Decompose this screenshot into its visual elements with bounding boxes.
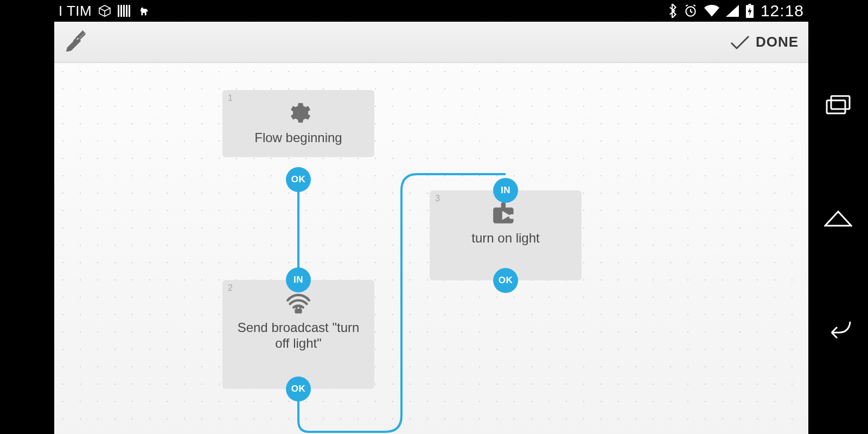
svg-rect-10 <box>827 100 845 113</box>
svg-rect-12 <box>295 309 302 314</box>
node-2-ok-port[interactable]: OK <box>286 376 311 401</box>
svg-rect-1 <box>118 5 119 17</box>
done-button[interactable]: DONE <box>730 34 799 50</box>
svg-rect-5 <box>129 5 130 17</box>
node-2-in-port[interactable]: IN <box>286 267 311 292</box>
node-number: 2 <box>228 283 233 293</box>
node-3-ok-port[interactable]: OK <box>493 268 518 293</box>
svg-rect-11 <box>831 96 850 109</box>
flow-editor-app: DONE 1 Flow beginning OK 2 <box>54 22 808 434</box>
flow-node-3[interactable]: 3 turn on light <box>430 190 582 280</box>
android-status-bar: I TIM <box>54 0 808 22</box>
node-label: turn on light <box>434 228 577 246</box>
cell-signal-icon <box>726 5 739 17</box>
flow-canvas[interactable]: 1 Flow beginning OK 2 Send broadcast "tu… <box>54 63 808 434</box>
action-bar: DONE <box>54 22 808 63</box>
bluetooth-icon <box>667 4 677 18</box>
llama-icon <box>138 5 150 17</box>
svg-rect-2 <box>120 5 122 17</box>
battery-charging-icon <box>745 4 754 18</box>
back-button[interactable] <box>822 313 854 346</box>
recent-apps-button[interactable] <box>822 88 854 121</box>
node-3-in-port[interactable]: IN <box>493 178 518 203</box>
carrier-label: I TIM <box>59 3 92 20</box>
done-button-label: DONE <box>756 34 799 50</box>
node-number: 3 <box>435 194 440 203</box>
svg-rect-4 <box>126 5 127 17</box>
node-label: Send broadcast "turn off light" <box>227 318 370 352</box>
node-number: 1 <box>228 93 233 103</box>
clock-label: 12:18 <box>761 2 804 20</box>
node-1-ok-port[interactable]: OK <box>286 167 311 192</box>
android-nav-bar <box>808 0 868 434</box>
node-label: Flow beginning <box>227 128 370 146</box>
flow-node-1[interactable]: 1 Flow beginning <box>222 90 374 157</box>
svg-point-14 <box>299 307 301 309</box>
tools-icon[interactable] <box>64 30 89 55</box>
home-button[interactable] <box>822 201 854 233</box>
svg-rect-8 <box>749 4 751 5</box>
wifi-icon <box>704 5 719 17</box>
cube-icon <box>98 4 111 17</box>
svg-rect-3 <box>123 5 125 17</box>
barcode-icon <box>118 5 132 17</box>
alarm-icon <box>684 4 698 18</box>
gear-icon <box>227 98 370 128</box>
flow-node-2[interactable]: 2 Send broadcast "turn off light" <box>222 280 374 388</box>
svg-point-13 <box>296 307 298 309</box>
